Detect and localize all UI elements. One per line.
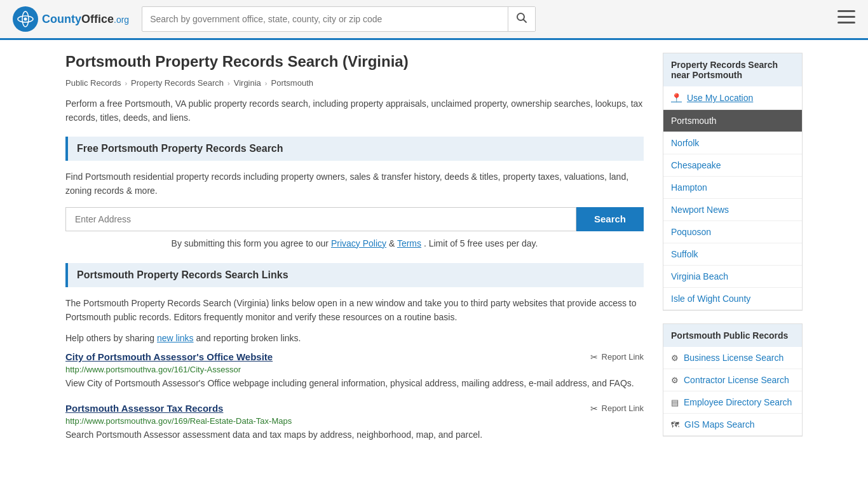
public-record-label: GIS Maps Search: [684, 419, 755, 430]
sidebar-city-hampton[interactable]: Hampton: [663, 177, 802, 199]
links-section-heading: Portsmouth Property Records Search Links: [65, 263, 644, 287]
site-logo[interactable]: CountyOffice.org: [13, 6, 129, 32]
address-search-row: Search: [65, 207, 644, 231]
hamburger-menu-button[interactable]: [837, 10, 855, 28]
record-item: Portsmouth Assessor Tax Records ✂ Report…: [65, 403, 644, 442]
record-items-container: City of Portsmouth Assessor's Office Web…: [65, 351, 644, 442]
breadcrumb-virginia[interactable]: Virginia: [234, 78, 261, 88]
share-links-text: Help others by sharing new links and rep…: [65, 331, 644, 345]
public-records-container: ⚙Business License Search⚙Contractor Lice…: [663, 347, 802, 436]
report-icon: ✂: [590, 352, 598, 362]
record-description: View City of Portsmouth Assessor's Offic…: [65, 377, 644, 390]
new-links-link[interactable]: new links: [157, 333, 194, 343]
address-search-input[interactable]: [65, 207, 576, 231]
sidebar-city-norfolk[interactable]: Norfolk: [663, 132, 802, 154]
report-link-button[interactable]: ✂ Report Link: [590, 352, 644, 362]
report-label: Report Link: [602, 352, 644, 362]
public-record-label: Contractor License Search: [684, 375, 789, 385]
free-search-heading: Free Portsmouth Property Records Search: [65, 137, 644, 161]
svg-rect-8: [837, 22, 855, 24]
public-records-title: Portsmouth Public Records: [663, 324, 802, 347]
record-item-header: City of Portsmouth Assessor's Office Web…: [65, 351, 644, 362]
report-link-button[interactable]: ✂ Report Link: [590, 403, 644, 414]
sidebar-city-virginia-beach[interactable]: Virginia Beach: [663, 266, 802, 288]
global-search-input[interactable]: [142, 9, 508, 29]
report-label: Report Link: [602, 403, 644, 413]
public-record-icon: ▤: [671, 398, 679, 407]
nearby-cities-list: Property Records Search near Portsmouth …: [663, 53, 803, 311]
terms-link[interactable]: Terms: [397, 238, 421, 248]
site-header: CountyOffice.org: [0, 0, 868, 40]
public-record-icon: ⚙: [671, 376, 679, 385]
use-my-location-button[interactable]: 📍 Use My Location: [663, 86, 802, 110]
public-records-list: Portsmouth Public Records ⚙Business Lice…: [663, 323, 803, 437]
sidebar-city-suffolk[interactable]: Suffolk: [663, 243, 802, 266]
record-url[interactable]: http://www.portsmouthva.gov/161/City-Ass…: [65, 365, 644, 374]
public-record-icon: ⚙: [671, 353, 679, 363]
links-section-description: The Portsmouth Property Records Search (…: [65, 296, 644, 325]
links-section: Portsmouth Property Records Search Links…: [65, 263, 644, 442]
sidebar-city-chesapeake[interactable]: Chesapeake: [663, 154, 802, 177]
nearby-cities-container: PortsmouthNorfolkChesapeakeHamptonNewpor…: [663, 110, 802, 310]
record-title[interactable]: Portsmouth Assessor Tax Records: [65, 403, 223, 414]
free-search-description: Find Portsmouth residential property rec…: [65, 170, 644, 198]
svg-rect-7: [837, 16, 855, 18]
breadcrumb-public-records[interactable]: Public Records: [65, 78, 121, 88]
global-search-bar: [142, 6, 536, 32]
svg-line-5: [524, 20, 527, 23]
svg-point-3: [24, 18, 27, 21]
svg-rect-6: [837, 10, 855, 12]
breadcrumb-property-records[interactable]: Property Records Search: [131, 78, 224, 88]
public-record-gis-maps-search[interactable]: 🗺GIS Maps Search: [663, 414, 802, 436]
content-area: Portsmouth Property Records Search (Virg…: [65, 53, 644, 454]
public-record-label: Employee Directory Search: [684, 397, 792, 407]
public-record-contractor-license-search[interactable]: ⚙Contractor License Search: [663, 369, 802, 391]
record-url[interactable]: http://www.portsmouthva.gov/169/Real-Est…: [65, 416, 644, 426]
page-title: Portsmouth Property Records Search (Virg…: [65, 53, 644, 71]
free-search-section: Free Portsmouth Property Records Search …: [65, 137, 644, 250]
public-record-employee-directory-search[interactable]: ▤Employee Directory Search: [663, 391, 802, 414]
global-search-button[interactable]: [508, 7, 535, 31]
sidebar: Property Records Search near Portsmouth …: [663, 53, 803, 454]
logo-text: CountyOffice.org: [42, 13, 129, 26]
main-container: Portsmouth Property Records Search (Virg…: [53, 40, 815, 467]
privacy-policy-link[interactable]: Privacy Policy: [331, 238, 386, 248]
location-pin-icon: 📍: [671, 93, 682, 103]
record-item: City of Portsmouth Assessor's Office Web…: [65, 351, 644, 390]
logo-icon: [13, 6, 38, 32]
breadcrumb-portsmouth: Portsmouth: [271, 78, 313, 88]
sidebar-city-newport-news[interactable]: Newport News: [663, 199, 802, 221]
public-record-icon: 🗺: [671, 420, 679, 430]
public-record-label: Business License Search: [684, 353, 783, 363]
nearby-cities-title: Property Records Search near Portsmouth: [663, 53, 802, 86]
record-description: Search Portsmouth Assessor assessment da…: [65, 428, 644, 442]
sidebar-city-poquoson[interactable]: Poquoson: [663, 221, 802, 243]
address-search-button[interactable]: Search: [576, 207, 644, 231]
form-note: By submitting this form you agree to our…: [65, 236, 644, 250]
page-description: Perform a free Portsmouth, VA public pro…: [65, 97, 644, 125]
sidebar-city-isle-of-wight-county[interactable]: Isle of Wight County: [663, 288, 802, 310]
breadcrumb: Public Records › Property Records Search…: [65, 78, 644, 88]
record-title[interactable]: City of Portsmouth Assessor's Office Web…: [65, 351, 273, 362]
sidebar-city-portsmouth[interactable]: Portsmouth: [663, 110, 802, 132]
public-record-business-license-search[interactable]: ⚙Business License Search: [663, 347, 802, 369]
record-item-header: Portsmouth Assessor Tax Records ✂ Report…: [65, 403, 644, 414]
report-icon: ✂: [590, 403, 598, 414]
